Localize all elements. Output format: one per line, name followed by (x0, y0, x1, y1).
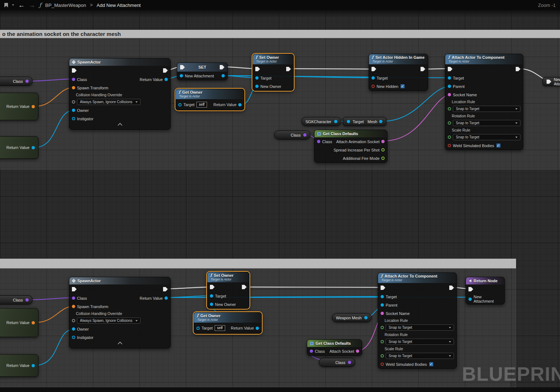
spread-increase-pin[interactable] (381, 148, 385, 151)
class-pin[interactable] (72, 78, 75, 81)
get-owner-node-bottom[interactable]: ƒ Get Owner Target is Actor Target self … (194, 312, 262, 334)
exec-out-pin[interactable] (421, 67, 425, 71)
exec-in-pin[interactable] (547, 80, 551, 84)
exec-in-pin[interactable] (72, 287, 77, 291)
weapon-mesh-out-pin[interactable] (364, 316, 368, 319)
spawn-actor-node-top[interactable]: SpawnActor Class Return Value Spawn Tran… (69, 58, 171, 130)
weld-pin[interactable] (448, 144, 451, 147)
location-rule-dropdown[interactable]: Snap to Target (453, 106, 520, 112)
class-pin[interactable] (310, 349, 313, 353)
class-variable-pill-top-mid[interactable]: Class (274, 130, 311, 140)
location-rule-dropdown[interactable]: Snap to Target (386, 324, 454, 331)
return-node[interactable]: Return Node New Attachment (466, 277, 505, 304)
target-self-input[interactable]: self (215, 325, 226, 331)
class-variable-pill-bottom-mid[interactable]: Class (319, 358, 355, 367)
get-mesh-node[interactable]: Target Mesh (343, 117, 386, 126)
breadcrumb-root[interactable]: BP_MasterWeapon (45, 3, 86, 8)
instigator-pin[interactable] (72, 117, 75, 120)
class-out-pin[interactable] (348, 361, 351, 364)
parent-pin[interactable] (381, 303, 384, 307)
get-transform-node-top[interactable]: Return Value (0, 93, 38, 120)
set-owner-node-bottom[interactable]: ƒ Set Owner Target is Actor Target New O… (207, 272, 249, 309)
return-value-pin[interactable] (165, 78, 168, 81)
return-value-pin[interactable] (238, 103, 242, 106)
new-attachment-out-pin[interactable] (222, 74, 225, 77)
rotation-rule-pin[interactable] (448, 121, 451, 125)
scale-rule-pin[interactable] (448, 136, 451, 139)
class-out-pin[interactable] (303, 133, 307, 137)
new-attachment-clipped-node[interactable]: New Atta (543, 77, 560, 86)
exec-out-pin[interactable] (163, 287, 168, 291)
rotation-rule-pin[interactable] (381, 340, 384, 343)
exec-in-pin[interactable] (255, 67, 260, 71)
sgk-character-out-pin[interactable] (334, 120, 337, 123)
get-class-defaults-node-top[interactable]: Get Class Defaults Class Attach Animatio… (314, 130, 387, 163)
get-owner-ref-node-bottom[interactable]: Return Value (0, 354, 38, 377)
breadcrumb-current[interactable]: Add New Attachment (97, 3, 141, 8)
attach-socket-pin[interactable] (356, 349, 359, 353)
exec-in-pin[interactable] (210, 285, 215, 289)
target-self-input[interactable]: self (196, 102, 207, 108)
class-variable-pill-top-left[interactable]: Class (0, 77, 33, 86)
scale-rule-pin[interactable] (381, 354, 384, 357)
spawn-transform-pin[interactable] (72, 305, 75, 308)
get-owner-ref-node-top[interactable]: Return Value (0, 136, 38, 159)
weld-checkbox[interactable]: ✓ (429, 362, 434, 367)
exec-in-pin[interactable] (448, 67, 453, 71)
set-actor-hidden-node[interactable]: ƒ Set Actor Hidden In Game Target is Act… (369, 54, 428, 91)
new-attachment-pin[interactable] (468, 298, 472, 301)
new-hidden-checkbox[interactable]: ✓ (400, 84, 405, 89)
target-pin[interactable] (448, 76, 451, 80)
comment-header-top[interactable]: o the animation socket on the character … (0, 30, 560, 38)
additional-fire-mode-pin[interactable] (381, 157, 385, 160)
target-pin[interactable] (372, 76, 375, 80)
weld-checkbox[interactable]: ✓ (496, 143, 501, 148)
target-pin[interactable] (196, 327, 200, 330)
sgk-character-pill[interactable]: SGKCharacter (301, 117, 341, 126)
set-owner-node-top[interactable]: ƒ Set Owner Target is Actor Target New O… (252, 54, 294, 91)
owner-pin[interactable] (72, 327, 75, 331)
exec-in-pin[interactable] (381, 286, 385, 290)
new-hidden-pin[interactable] (372, 85, 375, 88)
location-rule-pin[interactable] (448, 107, 451, 110)
bookmark-dropdown-caret-icon[interactable] (12, 4, 14, 6)
target-pin[interactable] (381, 295, 384, 298)
parent-pin[interactable] (448, 85, 451, 88)
exec-out-pin[interactable] (220, 65, 224, 69)
collision-dropdown[interactable]: Always Spawn, Ignore Collisions (77, 318, 141, 324)
instigator-pin[interactable] (72, 336, 75, 339)
exec-in-pin[interactable] (72, 68, 77, 73)
exec-in-pin[interactable] (180, 65, 185, 69)
comment-header-bottom[interactable] (0, 259, 516, 268)
collision-pin[interactable] (72, 100, 75, 104)
exec-out-pin[interactable] (449, 286, 454, 290)
spawn-transform-pin[interactable] (72, 86, 75, 89)
collapse-chevron-icon[interactable] (118, 123, 122, 128)
get-owner-node-top[interactable]: ƒ Get Owner Target is Actor Target self … (175, 89, 244, 110)
collapse-chevron-icon[interactable] (118, 342, 122, 346)
scale-rule-dropdown[interactable]: Snap to Target (386, 353, 454, 359)
return-value-pin[interactable] (32, 105, 35, 108)
spawn-actor-node-bottom[interactable]: SpawnActor Class Return Value Spawn Tran… (69, 277, 171, 348)
class-pin[interactable] (72, 296, 75, 300)
exec-out-pin[interactable] (163, 68, 168, 73)
return-value-pin[interactable] (32, 364, 35, 367)
socket-name-pin[interactable] (448, 93, 451, 96)
collision-pin[interactable] (72, 319, 75, 322)
class-variable-pill-bottom-left[interactable]: Class (0, 295, 33, 304)
get-transform-node-bottom[interactable]: Return Value (0, 308, 38, 337)
set-new-attachment-node[interactable]: SET New Attachment (177, 62, 228, 80)
exec-out-pin[interactable] (516, 67, 520, 71)
exec-out-pin[interactable] (286, 67, 291, 71)
location-rule-pin[interactable] (381, 326, 384, 329)
attach-actor-node-bottom[interactable]: ƒ Attach Actor To Component Target is Ac… (378, 272, 457, 369)
new-owner-pin[interactable] (255, 85, 259, 88)
weapon-mesh-pill[interactable]: Weapon Mesh (332, 313, 372, 322)
weld-pin[interactable] (381, 363, 384, 366)
target-pin[interactable] (347, 120, 350, 123)
class-pin[interactable] (317, 140, 320, 143)
class-out-pin[interactable] (25, 298, 29, 302)
rotation-rule-dropdown[interactable]: Snap to Target (386, 339, 454, 345)
target-pin[interactable] (210, 294, 213, 298)
collision-dropdown[interactable]: Always Spawn, Ignore Collisions (77, 99, 141, 105)
